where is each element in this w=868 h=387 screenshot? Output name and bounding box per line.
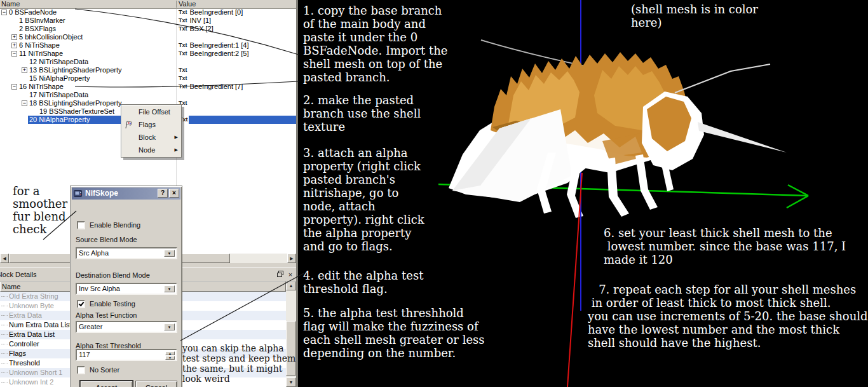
collapse-icon[interactable]: − — [1, 10, 7, 15]
tree-row-12-nitrishapedata[interactable]: 12 NiTriShapeData — [0, 58, 296, 66]
tree-row-value: BeeIngredient:2 [5] — [190, 50, 249, 58]
txt-badge: Txt — [179, 74, 187, 83]
alpha-test-function-select[interactable]: Greater ▼ — [76, 321, 177, 333]
alpha-test-threshold-input[interactable]: 117 ▲ ▼ — [76, 349, 177, 361]
tree-connector — [1, 315, 8, 316]
txt-badge: Txt — [179, 25, 187, 33]
detail-row-label: Unknown Int 2 — [9, 377, 71, 387]
cancel-button[interactable]: Cancel — [135, 381, 177, 387]
close-panel-icon[interactable]: × — [286, 270, 295, 279]
detail-row-label: Unknown Byte — [9, 301, 71, 311]
tree-row-5-bhkcollisionobject[interactable]: +5 bhkCollisionObject — [0, 33, 296, 41]
fur-blend-note: for a smoother fur blend check — [13, 185, 67, 236]
nifskope-app-icon — [74, 189, 82, 198]
tree-row-value-cell: TxtBeeIngredient:1 [4] — [179, 41, 248, 50]
tree-row-value: BeeIngredient:1 [4] — [190, 41, 249, 50]
collapse-icon[interactable]: − — [11, 84, 17, 90]
alpha-test-function-value: Greater — [79, 323, 102, 330]
detail-row-label: Flags — [9, 349, 71, 358]
dialog-titlebar[interactable]: NifSkope ? × — [72, 187, 180, 200]
tree-row-value-cell: TxtBeeIngredient:2 [5] — [179, 50, 248, 58]
source-blend-mode-label: Source Blend Mode — [76, 236, 137, 243]
no-sorter-checkbox[interactable] — [77, 366, 85, 374]
expand-icon[interactable]: + — [11, 34, 17, 40]
tutorial-step-2: 2. make the pasted branch use the shell … — [303, 93, 421, 133]
column-divider[interactable] — [176, 1, 177, 8]
destination-blend-mode-select[interactable]: Inv Src Alpha ▼ — [76, 283, 177, 295]
alpha-test-threshold-value: 117 — [79, 351, 90, 358]
tree-row-label: 18 BSLightingShaderProperty — [29, 99, 122, 107]
tutorial-step-6: 6. set your least thick shell mesh to th… — [604, 226, 846, 266]
destination-blend-mode-label: Destination Blend Mode — [76, 271, 150, 279]
submenu-arrow-icon: ▶ — [175, 144, 178, 156]
accept-button[interactable]: Accept — [80, 381, 133, 387]
tree-connector — [1, 325, 8, 325]
tutorial-step-4: 4. edit the alpha test threshold flag. — [303, 269, 423, 295]
nifskope-dialog: NifSkope ? × Enable Blending Source Blen… — [70, 186, 182, 387]
tree-row-2-bsxflags[interactable]: 2 BSXFlagsTxtBSX [2] — [0, 25, 296, 33]
chevron-down-icon[interactable]: ▼ — [164, 285, 175, 292]
destination-blend-mode-value: Inv Src Alpha — [79, 285, 120, 292]
expand-icon[interactable]: + — [22, 67, 27, 73]
chevron-down-icon[interactable]: ▼ — [164, 323, 175, 330]
tree-connector — [1, 334, 8, 335]
tutorial-step-3: 3. attach an alpha property (right click… — [303, 146, 424, 253]
tree-row-label: 2 BSXFlags — [19, 25, 56, 33]
tree-row-16-nitrishape[interactable]: −16 NiTriShapeTxtBeeIngredient [7] — [0, 83, 296, 91]
enable-blending-label: Enable Blending — [90, 221, 140, 229]
tree-row-1-bsinvmarker[interactable]: 1 BSInvMarkerTxtINV [1] — [0, 17, 296, 25]
source-blend-mode-select[interactable]: Src Alpha ▼ — [76, 247, 177, 259]
tutorial-step-1: 1. copy the base branch of the main body… — [303, 4, 448, 84]
spinner-up-icon[interactable]: ▲ — [165, 351, 175, 355]
scroll-up-icon[interactable]: ▲ — [286, 282, 296, 290]
tree-row-6-nitrishape[interactable]: +6 NiTriShapeTxtBeeIngredient:1 [4] — [0, 41, 296, 50]
txt-badge: Txt — [179, 83, 187, 91]
detail-row-label: Old Extra String — [9, 292, 71, 301]
tree-row-value-cell: Txt — [179, 66, 190, 74]
tree-row-13-bslightingshaderproperty[interactable]: +13 BSLightingShaderPropertyTxt — [0, 66, 296, 74]
context-menu: File OffsetFlagsBlock▶Node▶ — [121, 104, 182, 158]
dialog-body: Enable Blending Source Blend Mode Src Al… — [71, 200, 182, 387]
chevron-down-icon[interactable]: ▼ — [164, 250, 175, 257]
enable-blending-checkbox[interactable] — [77, 221, 85, 229]
scroll-right-icon[interactable]: ▶ — [287, 254, 296, 263]
tree-row-label: 5 bhkCollisionObject — [19, 33, 83, 41]
txt-badge: Txt — [179, 41, 187, 50]
tutorial-step-5: 5. the alpha test threshhold flag will m… — [303, 306, 485, 360]
menu-item-node[interactable]: Node▶ — [121, 144, 181, 156]
tree-row-label: 19 BSShaderTextureSet — [39, 107, 114, 116]
enable-testing-checkbox[interactable] — [77, 300, 85, 308]
tree-row-15-nialphaproperty[interactable]: 15 NiAlphaPropertyTxt — [0, 74, 296, 83]
detail-row-label: Threshold — [9, 358, 71, 368]
menu-item-flags[interactable]: Flags — [121, 118, 181, 131]
close-button[interactable]: × — [169, 189, 179, 198]
tree-row-17-nitrishapedata[interactable]: 17 NiTriShapeData — [0, 91, 296, 99]
source-blend-mode-value: Src Alpha — [79, 249, 109, 257]
scroll-left-icon[interactable]: ◀ — [0, 254, 9, 263]
menu-item-file-offset[interactable]: File Offset — [121, 105, 181, 118]
tree-row-value-cell: TxtBeeIngredient [0] — [179, 8, 243, 17]
tree-connector — [1, 344, 8, 344]
tree-row-value: BeeIngredient [7] — [190, 83, 243, 91]
block-details-title: Block Details — [0, 271, 37, 278]
tree-row-label: 11 NiTriShape — [19, 50, 63, 58]
collapse-icon[interactable]: − — [22, 100, 27, 106]
block-details-column-name[interactable]: Name — [2, 283, 20, 290]
tree-row-value-cell: TxtBSX [2] — [179, 25, 214, 33]
menu-item-block[interactable]: Block▶ — [121, 131, 181, 144]
tree-row-label: 12 NiTriShapeData — [29, 58, 88, 66]
tree-row-label: 16 NiTriShape — [19, 83, 64, 91]
dialog-title: NifSkope — [85, 187, 118, 200]
flag-icon — [124, 120, 133, 129]
tree-row-0-bsfadenode[interactable]: −0 BSFadeNodeTxtBeeIngredient [0] — [0, 8, 296, 17]
spinner-down-icon[interactable]: ▼ — [165, 356, 175, 360]
collapse-icon[interactable]: − — [11, 51, 17, 57]
tree-row-11-nitrishape[interactable]: −11 NiTriShapeTxtBeeIngredient:2 [5] — [0, 50, 296, 58]
column-header-value[interactable]: Value — [179, 0, 196, 8]
float-panel-icon[interactable] — [276, 270, 285, 279]
column-header-name[interactable]: Name — [1, 0, 20, 8]
tree-row-value: BSX [2] — [190, 25, 214, 33]
help-button[interactable]: ? — [158, 189, 168, 198]
expand-icon[interactable]: + — [11, 43, 17, 48]
tree-row-value-cell: Txt — [179, 74, 190, 83]
